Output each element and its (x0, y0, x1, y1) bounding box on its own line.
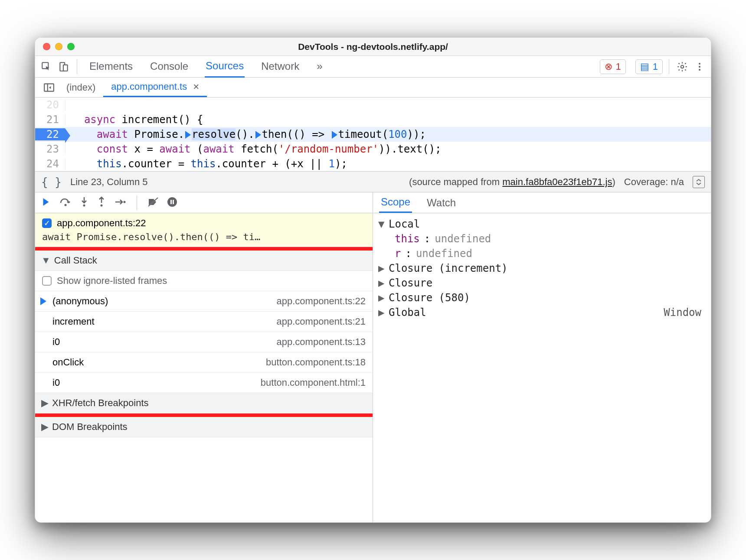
breakpoint-location: app.component.ts:22 (57, 218, 146, 229)
stack-frame[interactable]: increment app.component.ts:21 (35, 312, 373, 332)
debugger-toolbar (35, 192, 373, 213)
devtools-window: DevTools - ng-devtools.netlify.app/ Elem… (35, 37, 711, 523)
left-panel: ✓ app.component.ts:22 await Promise.reso… (35, 192, 373, 522)
frame-function: onClick (52, 357, 84, 368)
message-count: 1 (653, 61, 658, 72)
line-number[interactable]: 24 (35, 158, 65, 170)
stack-frame[interactable]: (anonymous) app.component.ts:22 (35, 291, 373, 312)
call-stack-list: (anonymous) app.component.ts:22 incremen… (35, 291, 373, 393)
frame-location: button.component.html:1 (261, 377, 366, 388)
navigator-toggle-icon[interactable] (39, 78, 59, 97)
pause-exceptions-icon[interactable] (167, 196, 178, 209)
panel-tabs: Elements Console Sources Network » (88, 56, 324, 78)
frame-function: increment (52, 316, 95, 327)
show-ignored-label: Show ignore-listed frames (57, 275, 167, 287)
tab-more[interactable]: » (316, 56, 323, 77)
source-map-link[interactable]: main.fa8bfa0e23f1eb71.js (502, 176, 612, 187)
breakpoint-row[interactable]: ✓ app.component.ts:22 await Promise.reso… (35, 213, 373, 247)
file-tab-app-component[interactable]: app.component.ts × (103, 78, 207, 97)
frame-location: app.component.ts:21 (277, 316, 366, 327)
close-icon[interactable]: × (193, 81, 199, 93)
scope-var-r[interactable]: r:undefined (378, 246, 706, 261)
line-number[interactable]: 21 (35, 114, 65, 126)
svg-point-6 (699, 69, 700, 71)
error-badge[interactable]: ⊗ 1 (600, 59, 626, 74)
code-line: async increment() { (65, 114, 203, 126)
svg-point-12 (167, 197, 177, 207)
svg-point-4 (699, 63, 700, 65)
chevron-right-icon: ▶ (378, 277, 384, 289)
tab-console[interactable]: Console (149, 56, 189, 77)
source-editor[interactable]: 20 21 async increment() { 22 await Promi… (35, 98, 711, 172)
error-count: 1 (616, 61, 621, 72)
message-icon: ▤ (640, 61, 649, 72)
step-into-icon[interactable] (79, 196, 89, 209)
svg-point-5 (699, 66, 700, 68)
svg-rect-2 (63, 65, 68, 71)
code-line: this.counter = this.counter + (+x || 1); (65, 158, 347, 170)
file-tab-label: (index) (66, 82, 95, 93)
tab-watch[interactable]: Watch (425, 192, 458, 213)
step-marker-icon (185, 131, 191, 139)
scope-watch-tabs: Scope Watch (373, 192, 711, 213)
editor-status-bar: { } Line 23, Column 5 (source mapped fro… (35, 172, 711, 192)
step-out-icon[interactable] (97, 196, 106, 209)
scope-var-this[interactable]: this:undefined (378, 231, 706, 246)
right-panel: Scope Watch ▼Local this:undefined r:unde… (373, 192, 711, 522)
step-icon[interactable] (114, 197, 126, 208)
frame-location: app.component.ts:13 (277, 336, 366, 348)
stack-frame[interactable]: onClick button.component.ts:18 (35, 352, 373, 373)
line-number[interactable]: 20 (35, 99, 65, 111)
code-line: const x = await (await fetch('/random-nu… (65, 143, 442, 155)
chevron-down-icon: ▼ (41, 255, 51, 266)
section-xhr-breakpoints[interactable]: ▶ XHR/fetch Breakpoints (35, 393, 373, 413)
svg-point-9 (83, 204, 85, 206)
stack-frame[interactable]: i0 button.component.html:1 (35, 373, 373, 393)
frame-function: i0 (52, 377, 60, 388)
scope-local[interactable]: ▼Local (378, 217, 706, 231)
breakpoint-preview: await Promise.resolve().then(() => ti… (42, 231, 366, 242)
inspect-element-icon[interactable] (39, 60, 53, 74)
gear-icon[interactable] (675, 60, 689, 74)
code-line-paused: await Promise.resolve().then(() => timeo… (65, 128, 426, 140)
show-ignored-frames[interactable]: Show ignore-listed frames (35, 271, 373, 291)
frame-location: button.component.ts:18 (266, 357, 366, 368)
deactivate-breakpoints-icon[interactable] (147, 197, 159, 209)
tab-sources[interactable]: Sources (205, 56, 245, 78)
line-number[interactable]: 23 (35, 143, 65, 155)
section-call-stack[interactable]: ▼ Call Stack (35, 251, 373, 271)
scope-closure-increment[interactable]: ▶Closure (increment) (378, 261, 706, 276)
step-marker-icon (255, 131, 261, 139)
checkbox[interactable] (42, 276, 52, 286)
window-title: DevTools - ng-devtools.netlify.app/ (35, 42, 711, 52)
section-dom-breakpoints[interactable]: ▶ DOM Breakpoints (35, 417, 373, 437)
step-over-icon[interactable] (59, 197, 72, 209)
chevron-right-icon: ▶ (378, 262, 384, 274)
kebab-menu-icon[interactable] (693, 60, 707, 74)
frame-function: i0 (52, 336, 60, 348)
tab-scope[interactable]: Scope (379, 192, 412, 213)
breakpoint-checkbox[interactable]: ✓ (42, 218, 52, 228)
scope-global[interactable]: ▶GlobalWindow (378, 305, 706, 320)
stack-frame[interactable]: i0 app.component.ts:13 (35, 332, 373, 352)
messages-badge[interactable]: ▤ 1 (635, 59, 663, 74)
svg-point-11 (124, 201, 126, 203)
line-number-breakpoint[interactable]: 22 (35, 128, 65, 140)
frame-location: app.component.ts:22 (277, 296, 366, 307)
source-map-label: (source mapped from main.fa8bfa0e23f1eb7… (409, 176, 615, 188)
step-marker-icon (332, 131, 337, 139)
tab-elements[interactable]: Elements (88, 56, 134, 77)
error-icon: ⊗ (605, 61, 612, 72)
chevron-right-icon: ▶ (41, 421, 49, 433)
pretty-print-icon[interactable]: { } (41, 176, 62, 189)
tab-network[interactable]: Network (260, 56, 300, 77)
scope-closure-580[interactable]: ▶Closure (580) (378, 290, 706, 305)
file-tab-index[interactable]: (index) (59, 78, 103, 97)
cursor-position: Line 23, Column 5 (70, 176, 148, 188)
chevron-right-icon: ▶ (378, 292, 384, 304)
chevron-right-icon: ▶ (378, 306, 384, 319)
resume-icon[interactable] (40, 196, 52, 209)
expand-icon[interactable] (693, 176, 705, 188)
device-toolbar-icon[interactable] (57, 60, 71, 74)
scope-closure[interactable]: ▶Closure (378, 276, 706, 290)
